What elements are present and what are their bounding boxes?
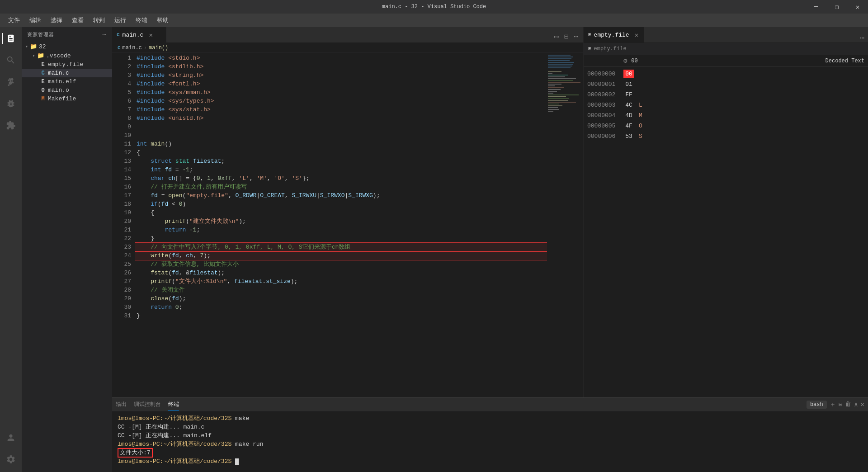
- right-tab-more-icon[interactable]: ⋯: [860, 34, 864, 42]
- restore-button[interactable]: ❐: [826, 0, 847, 14]
- code-line-17: fd = open("empty.file", O_RDWR|O_CREAT, …: [135, 191, 547, 200]
- folder-icon-32: 📁: [30, 43, 37, 50]
- code-line-23: // 向文件中写入7个字节, 0, 1, 0xff, L, M, O, S它们来…: [135, 243, 547, 251]
- terminal-cmd-4: make run: [235, 441, 263, 448]
- toggle-panel-icon[interactable]: ⊟: [563, 31, 570, 42]
- close-button[interactable]: ✕: [847, 0, 868, 14]
- terminal-prompt-6: lmos@lmos-PC:~/计算机基础/code/32$: [118, 458, 231, 465]
- explorer-activity-icon[interactable]: [2, 29, 20, 47]
- right-tab-empty-file[interactable]: E empty.file ✕: [584, 27, 644, 42]
- hex-byte-5[interactable]: 4F: [623, 122, 634, 130]
- code-line-7: #include <sys/stat.h>: [135, 105, 547, 114]
- breadcrumb-sep: ›: [144, 45, 147, 51]
- terminal-tab-debug[interactable]: 调试控制台: [134, 399, 161, 410]
- terminal-split-icon[interactable]: ⊟: [839, 401, 842, 409]
- tab-toolbar: ⟷ ⊟ ⋯: [549, 31, 583, 42]
- menu-select[interactable]: 选择: [47, 14, 66, 26]
- tree-item-32[interactable]: ▾ 📁 32: [22, 42, 112, 51]
- hex-addr-2: 00000002: [587, 90, 623, 99]
- svg-rect-30: [548, 109, 559, 110]
- menu-terminal[interactable]: 终端: [132, 14, 151, 26]
- tree-item-makefile[interactable]: M Makefile: [22, 94, 112, 103]
- code-line-13: struct stat filestat;: [135, 157, 547, 165]
- code-line-2: #include <stdlib.h>: [135, 62, 547, 71]
- tab-main-c[interactable]: C main.c ✕: [112, 27, 166, 42]
- code-line-25: // 获取文件信息, 比如文件大小: [135, 260, 547, 269]
- code-line-24: write(fd, ch, 7);: [135, 251, 547, 260]
- folder-arrow-vscode: ▸: [33, 53, 35, 58]
- folder-arrow-32: ▾: [25, 44, 28, 49]
- terminal-trash-icon[interactable]: 🗑: [845, 401, 851, 409]
- menu-goto[interactable]: 转到: [90, 14, 108, 26]
- terminal-prompt-4: lmos@lmos-PC:~/计算机基础/code/32$: [118, 441, 231, 448]
- terminal-tab-terminal[interactable]: 终端: [168, 399, 179, 411]
- terminal-line-6: lmos@lmos-PC:~/计算机基础/code/32$: [118, 457, 863, 466]
- terminal-chevron-up-icon[interactable]: ∧: [854, 401, 858, 409]
- split-editor-icon[interactable]: ⟷: [553, 31, 560, 42]
- extensions-activity-icon[interactable]: [2, 116, 20, 134]
- tab-main-c-label: main.c: [123, 32, 144, 38]
- hex-byte-4[interactable]: 4D: [623, 111, 634, 120]
- title-bar: main.c - 32 - Visual Studio Code ─ ❐ ✕: [0, 0, 868, 14]
- tree-item-main-elf[interactable]: E main.elf: [22, 77, 112, 86]
- tree-item-main-o[interactable]: O main.o: [22, 86, 112, 94]
- menu-run[interactable]: 运行: [111, 14, 130, 26]
- tree-item-vscode[interactable]: ▸ 📁 .vscode: [22, 51, 112, 60]
- code-line-14: int fd = -1;: [135, 165, 547, 174]
- code-line-30: return 0;: [135, 303, 547, 312]
- tree-label-main-elf: main.elf: [48, 78, 76, 85]
- hex-byte-0[interactable]: 00: [623, 70, 634, 78]
- tab-main-c-close[interactable]: ✕: [148, 31, 153, 39]
- file-icon-main-o: O: [40, 87, 46, 94]
- menu-file[interactable]: 文件: [5, 14, 24, 26]
- right-panel: E empty.file ✕ ⋯ E empty.file: [583, 27, 868, 397]
- terminal-add-icon[interactable]: ＋: [830, 401, 836, 409]
- svg-rect-14: [548, 80, 573, 81]
- breadcrumb-file-icon: C: [118, 45, 121, 51]
- new-file-icon[interactable]: ⋯: [103, 31, 107, 38]
- svg-rect-7: [548, 66, 572, 66]
- hex-byte-1[interactable]: 01: [623, 80, 634, 89]
- breadcrumb-file[interactable]: main.c: [123, 45, 142, 51]
- tree-item-main-c[interactable]: C main.c: [22, 69, 112, 77]
- hex-editor[interactable]: 00000000 00 00000001 01 00000002 FF: [584, 67, 868, 397]
- svg-rect-26: [548, 102, 576, 103]
- hex-decoded-5: O: [639, 122, 642, 130]
- terminal-close-icon[interactable]: ✕: [861, 401, 864, 409]
- hex-byte-6[interactable]: 53: [623, 132, 634, 141]
- menu-help[interactable]: 帮助: [153, 14, 172, 26]
- right-tab-icon: E: [588, 32, 591, 38]
- svg-rect-18: [548, 87, 564, 88]
- editor-tab-bar: C main.c ✕ ⟷ ⊟ ⋯: [112, 27, 583, 43]
- hex-byte-2[interactable]: FF: [623, 90, 634, 99]
- right-tab-close[interactable]: ✕: [634, 31, 639, 39]
- terminal-output-3: CC -[M] 正在构建... main.elf: [118, 432, 212, 439]
- code-line-11: int main(): [135, 140, 547, 148]
- terminal-line-2: CC -[M] 正在构建... main.c: [118, 423, 863, 431]
- title-bar-controls: ─ ❐ ✕: [806, 0, 868, 14]
- svg-rect-4: [548, 60, 570, 61]
- debug-activity-icon[interactable]: [2, 94, 20, 113]
- terminal-tab-output[interactable]: 输出: [116, 399, 127, 410]
- minimize-button[interactable]: ─: [806, 0, 826, 14]
- more-actions-icon[interactable]: ⋯: [572, 31, 580, 42]
- terminal-tab-bar: 输出 调试控制台 终端 bash ＋ ⊟ 🗑 ∧ ✕: [112, 398, 868, 411]
- code-editor[interactable]: 1234 5678 9101112 13141516 17181920 2122…: [112, 53, 583, 397]
- main-layout: 资源管理器 ⋯ ▾ 📁 32 ▸ 📁 .vscode E empty.file: [0, 27, 868, 472]
- source-control-activity-icon[interactable]: [2, 73, 20, 91]
- editor-main: C main.c ✕ ⟷ ⊟ ⋯ C main.c › main(): [112, 27, 868, 472]
- breadcrumb-function[interactable]: main(): [149, 45, 168, 51]
- terminal-content[interactable]: lmos@lmos-PC:~/计算机基础/code/32$ make CC -[…: [112, 411, 868, 472]
- tree-item-empty-file[interactable]: E empty.file: [22, 60, 112, 69]
- search-activity-icon[interactable]: [2, 51, 20, 69]
- settings-activity-icon[interactable]: [2, 450, 20, 468]
- sidebar: 资源管理器 ⋯ ▾ 📁 32 ▸ 📁 .vscode E empty.file: [22, 27, 112, 472]
- menu-view[interactable]: 查看: [68, 14, 87, 26]
- account-activity-icon[interactable]: [2, 429, 20, 447]
- hex-settings-icon[interactable]: ⚙: [623, 57, 627, 65]
- terminal-line-4: lmos@lmos-PC:~/计算机基础/code/32$ make run: [118, 440, 863, 448]
- hex-decoded-4: M: [639, 111, 642, 120]
- menu-edit[interactable]: 编辑: [26, 14, 45, 26]
- hex-byte-3[interactable]: 4C: [623, 101, 634, 109]
- code-line-21: return -1;: [135, 226, 547, 234]
